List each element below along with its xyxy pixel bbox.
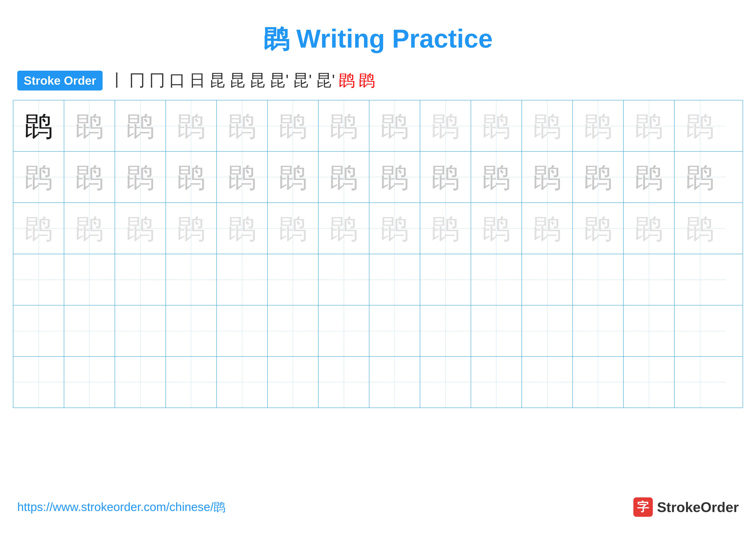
grid-cell[interactable] — [675, 357, 725, 408]
grid-cell[interactable]: 鹍 — [369, 100, 420, 151]
grid-cell[interactable] — [675, 254, 725, 305]
grid-cell[interactable]: 鹍 — [420, 203, 471, 254]
grid-cell[interactable]: 鹍 — [318, 203, 369, 254]
grid-cell[interactable]: 鹍 — [471, 100, 522, 151]
grid-cell[interactable]: 鹍 — [420, 100, 471, 151]
grid-cell[interactable]: 鹍 — [573, 203, 624, 254]
grid-cell[interactable]: 鹍 — [268, 100, 318, 151]
cell-char-fade4: 鹍 — [228, 112, 256, 140]
grid-cell[interactable]: 鹍 — [675, 203, 725, 254]
grid-cell[interactable] — [573, 357, 624, 408]
grid-cell[interactable] — [14, 357, 64, 408]
grid-cell[interactable]: 鹍 — [573, 100, 624, 151]
grid-cell[interactable]: 鹍 — [217, 152, 268, 202]
grid-cell[interactable]: 鹍 — [217, 100, 268, 151]
grid-cell[interactable]: 鹍 — [522, 100, 573, 151]
grid-cell[interactable] — [166, 357, 217, 408]
grid-cell[interactable]: 鹍 — [14, 152, 64, 202]
grid-cell[interactable] — [369, 305, 420, 356]
grid-cell[interactable]: 鹍 — [318, 152, 369, 202]
grid-cell[interactable]: 鹍 — [471, 152, 522, 202]
grid-cell[interactable]: 鹍 — [573, 152, 624, 202]
grid-cell[interactable] — [369, 357, 420, 408]
stroke-1: 丨 — [109, 69, 125, 91]
stroke-9: 昆' — [269, 69, 288, 91]
grid-cell[interactable] — [675, 305, 725, 356]
grid-row-3: 鹍 鹍 鹍 鹍 鹍 鹍 鹍 鹍 鹍 鹍 鹍 鹍 鹍 鹍 — [14, 203, 742, 254]
grid-cell[interactable] — [624, 357, 675, 408]
grid-cell[interactable]: 鹍 — [14, 100, 64, 151]
grid-cell[interactable] — [420, 305, 471, 356]
grid-cell[interactable] — [522, 357, 573, 408]
grid-cell[interactable]: 鹍 — [14, 203, 64, 254]
logo-text: StrokeOrder — [657, 499, 739, 515]
grid-cell[interactable]: 鹍 — [64, 100, 115, 151]
grid-cell[interactable]: 鹍 — [675, 100, 725, 151]
grid-cell[interactable] — [318, 305, 369, 356]
grid-cell[interactable] — [166, 254, 217, 305]
grid-cell[interactable]: 鹍 — [115, 152, 166, 202]
grid-cell[interactable] — [217, 305, 268, 356]
grid-cell[interactable]: 鹍 — [369, 203, 420, 254]
grid-cell[interactable] — [115, 357, 166, 408]
grid-cell[interactable]: 鹍 — [115, 203, 166, 254]
grid-cell[interactable]: 鹍 — [64, 203, 115, 254]
grid-cell[interactable]: 鹍 — [471, 203, 522, 254]
grid-cell[interactable]: 鹍 — [268, 203, 318, 254]
grid-cell[interactable]: 鹍 — [318, 100, 369, 151]
grid-cell[interactable]: 鹍 — [64, 152, 115, 202]
stroke-11: 昆' — [316, 69, 335, 91]
stroke-order-badge: Stroke Order — [17, 71, 103, 90]
grid-cell[interactable]: 鹍 — [624, 152, 675, 202]
grid-cell[interactable] — [14, 305, 64, 356]
grid-cell[interactable] — [268, 305, 318, 356]
grid-cell[interactable]: 鹍 — [624, 100, 675, 151]
stroke-13: 鹍 — [359, 69, 375, 91]
grid-cell[interactable] — [522, 305, 573, 356]
grid-cell[interactable] — [522, 254, 573, 305]
grid-cell[interactable] — [64, 254, 115, 305]
grid-cell[interactable] — [420, 357, 471, 408]
cell-char-fade3: 鹍 — [177, 112, 205, 140]
grid-cell[interactable]: 鹍 — [268, 152, 318, 202]
grid-cell[interactable]: 鹍 — [369, 152, 420, 202]
grid-cell[interactable]: 鹍 — [166, 152, 217, 202]
grid-cell[interactable] — [369, 254, 420, 305]
grid-cell[interactable] — [166, 305, 217, 356]
grid-cell[interactable] — [217, 357, 268, 408]
grid-cell[interactable] — [318, 357, 369, 408]
grid-cell[interactable]: 鹍 — [217, 203, 268, 254]
grid-cell[interactable] — [64, 305, 115, 356]
grid-cell[interactable] — [64, 357, 115, 408]
grid-cell[interactable]: 鹍 — [420, 152, 471, 202]
stroke-10: 昆' — [293, 69, 312, 91]
grid-cell[interactable]: 鹍 — [624, 203, 675, 254]
grid-cell[interactable] — [471, 305, 522, 356]
grid-cell[interactable] — [420, 254, 471, 305]
grid-cell[interactable] — [573, 254, 624, 305]
grid-cell[interactable]: 鹍 — [522, 152, 573, 202]
grid-cell[interactable]: 鹍 — [166, 100, 217, 151]
page-title: 鹍 Writing Practice — [0, 0, 756, 69]
grid-cell[interactable]: 鹍 — [166, 203, 217, 254]
grid-cell[interactable] — [14, 254, 64, 305]
grid-cell[interactable] — [217, 254, 268, 305]
grid-cell[interactable] — [268, 357, 318, 408]
grid-cell[interactable] — [624, 305, 675, 356]
grid-cell[interactable] — [471, 357, 522, 408]
grid-cell[interactable]: 鹍 — [115, 100, 166, 151]
grid-cell[interactable] — [115, 305, 166, 356]
cell-char-fade6: 鹍 — [330, 112, 358, 140]
grid-cell[interactable]: 鹍 — [522, 203, 573, 254]
grid-cell[interactable] — [573, 305, 624, 356]
cell-char-fade10: 鹍 — [533, 112, 561, 140]
grid-row-5 — [14, 305, 742, 357]
grid-cell[interactable] — [115, 254, 166, 305]
grid-cell[interactable] — [471, 254, 522, 305]
grid-cell[interactable] — [268, 254, 318, 305]
grid-cell[interactable] — [318, 254, 369, 305]
stroke-7: 昆 — [229, 69, 245, 91]
footer-url[interactable]: https://www.strokeorder.com/chinese/鹍 — [17, 499, 226, 515]
grid-cell[interactable]: 鹍 — [675, 152, 725, 202]
grid-cell[interactable] — [624, 254, 675, 305]
